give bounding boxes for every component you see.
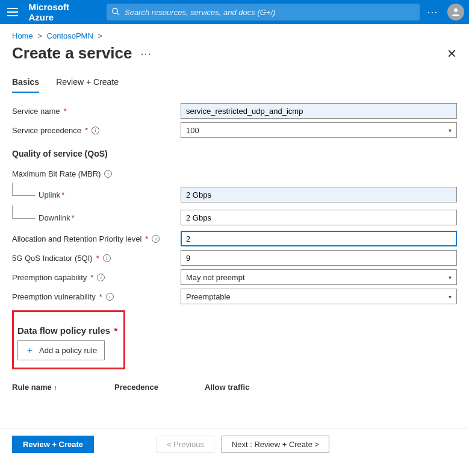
search-input[interactable] xyxy=(125,8,415,17)
page-header: Create a service ⋯ ✕ xyxy=(0,40,469,70)
fiveqi-input[interactable] xyxy=(181,250,457,266)
preempt-cap-value: May not preempt xyxy=(186,273,245,282)
mbr-label: Maximum Bit Rate (MBR)i xyxy=(12,167,181,181)
uplink-label: Uplink* xyxy=(12,184,181,205)
chevron-down-icon: ▾ xyxy=(449,274,452,281)
downlink-input[interactable] xyxy=(181,210,457,225)
preempt-vul-value: Preemptable xyxy=(186,292,231,301)
info-icon[interactable]: i xyxy=(103,254,111,262)
breadcrumb: Home > ContosoPMN > xyxy=(0,24,469,40)
avatar[interactable] xyxy=(447,4,464,20)
info-icon[interactable]: i xyxy=(97,274,105,281)
breadcrumb-home[interactable]: Home xyxy=(12,31,33,40)
review-create-button[interactable]: Review + Create xyxy=(12,436,94,453)
chevron-down-icon: ▾ xyxy=(449,127,452,134)
downlink-label: Downlink* xyxy=(12,207,181,228)
topbar: Microsoft Azure ⋯ xyxy=(0,0,469,24)
arp-input[interactable] xyxy=(181,231,457,246)
sort-asc-icon: ↑ xyxy=(54,384,58,391)
chevron-down-icon: ▾ xyxy=(449,293,452,300)
preempt-vul-label: Preemption vulnerability*i xyxy=(12,290,181,304)
service-precedence-select[interactable]: 100 ▾ xyxy=(181,122,457,138)
add-policy-rule-label: Add a policy rule xyxy=(39,346,97,355)
service-name-label: Service name* xyxy=(12,104,181,118)
tabs: Basics Review + Create xyxy=(0,70,469,93)
close-icon[interactable]: ✕ xyxy=(447,46,457,61)
horizontal-scrollbar[interactable] xyxy=(0,460,469,471)
global-search[interactable] xyxy=(107,4,420,20)
policy-table-header: Rule name↑ Precedence Allow traffic xyxy=(12,383,457,392)
preempt-cap-select[interactable]: May not preempt ▾ xyxy=(181,269,457,285)
info-icon[interactable]: i xyxy=(106,293,114,301)
col-rule-name[interactable]: Rule name↑ xyxy=(12,383,90,392)
preempt-cap-label: Preemption capability*i xyxy=(12,271,181,284)
uplink-input[interactable] xyxy=(181,187,457,202)
plus-icon: ＋ xyxy=(25,345,34,356)
breadcrumb-parent[interactable]: ContosoPMN xyxy=(47,31,93,40)
policy-heading: Data flow policy rules * xyxy=(17,325,117,336)
command-more-icon[interactable]: ⋯ xyxy=(140,47,151,60)
col-precedence[interactable]: Precedence xyxy=(114,383,181,392)
add-policy-rule-button[interactable]: ＋ Add a policy rule xyxy=(17,340,105,360)
col-allow-traffic[interactable]: Allow traffic xyxy=(205,383,249,392)
footer: Review + Create < Previous Next : Review… xyxy=(0,428,469,460)
preempt-vul-select[interactable]: Preemptable ▾ xyxy=(181,289,457,304)
topbar-right: ⋯ xyxy=(427,4,464,20)
info-icon[interactable]: i xyxy=(152,235,160,243)
breadcrumb-sep: > xyxy=(98,31,102,40)
brand-label: Microsoft Azure xyxy=(28,2,95,22)
tab-basics[interactable]: Basics xyxy=(12,74,39,93)
service-precedence-label: Service precedence*i xyxy=(12,124,181,137)
svg-line-1 xyxy=(117,13,120,15)
breadcrumb-sep: > xyxy=(37,31,42,40)
service-precedence-value: 100 xyxy=(186,126,199,135)
form-area: Service name* Service precedence*i 100 ▾… xyxy=(0,93,469,404)
tab-review[interactable]: Review + Create xyxy=(56,74,119,93)
next-button[interactable]: Next : Review + Create > xyxy=(222,436,329,453)
info-icon[interactable]: i xyxy=(92,127,99,134)
qos-heading: Quality of service (QoS) xyxy=(12,149,457,158)
svg-point-0 xyxy=(113,8,118,13)
fiveqi-label: 5G QoS Indicator (5QI)*i xyxy=(12,251,181,265)
svg-point-2 xyxy=(454,8,458,12)
page-title: Create a service xyxy=(12,44,132,63)
service-name-input[interactable] xyxy=(181,103,457,119)
previous-button: < Previous xyxy=(157,436,214,453)
policy-callout: Data flow policy rules * ＋ Add a policy … xyxy=(12,310,125,369)
arp-label: Allocation and Retention Priority level*… xyxy=(12,232,181,246)
search-icon xyxy=(111,7,120,17)
info-icon[interactable]: i xyxy=(104,170,112,178)
more-icon[interactable]: ⋯ xyxy=(427,5,439,19)
hamburger-menu-icon[interactable] xyxy=(7,6,19,18)
